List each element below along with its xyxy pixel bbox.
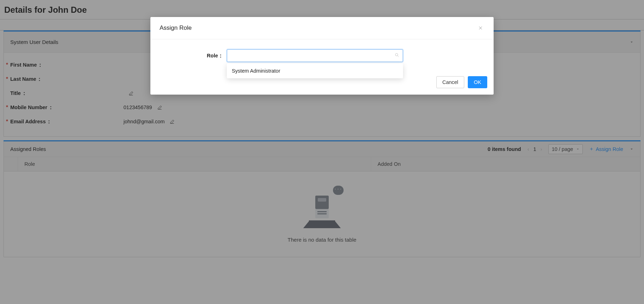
role-option[interactable]: System Administrator — [227, 65, 403, 77]
ok-button[interactable]: OK — [468, 76, 487, 88]
role-select[interactable]: System Administrator — [227, 49, 403, 62]
page-root: Details for John Doe System User Details… — [0, 0, 644, 304]
cancel-button[interactable]: Cancel — [436, 76, 464, 88]
search-icon — [395, 53, 399, 59]
role-dropdown: System Administrator — [227, 63, 403, 78]
role-field-label: Role — [207, 53, 218, 58]
assign-role-modal: Assign Role Role： System Administrator — [150, 17, 494, 95]
role-search-input[interactable] — [227, 49, 403, 62]
svg-point-0 — [395, 54, 398, 56]
modal-title: Assign Role — [160, 24, 192, 32]
close-icon[interactable] — [477, 24, 484, 32]
